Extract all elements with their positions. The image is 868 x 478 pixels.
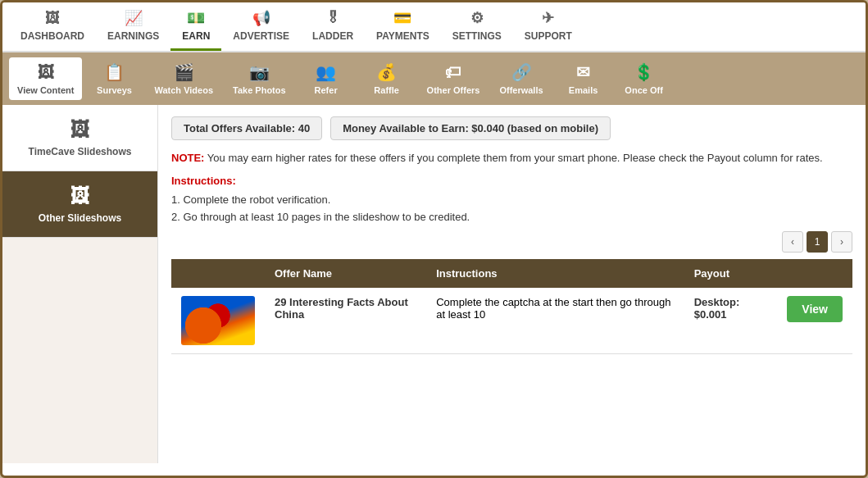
subnav-offerwalls[interactable]: 🔗 Offerwalls — [491, 57, 551, 100]
top-navigation: 🖼 DASHBOARD 📈 EARNINGS 💵 EARN 📢 ADVERTIS… — [2, 2, 866, 52]
prev-page-button[interactable]: ‹ — [782, 231, 803, 253]
note-box: NOTE: You may earn higher rates for thes… — [171, 150, 852, 166]
take-photos-icon: 📷 — [249, 62, 270, 82]
nav-advertise[interactable]: 📢 ADVERTISE — [221, 2, 301, 51]
subnav-emails[interactable]: ✉ Emails — [555, 57, 612, 100]
other-offers-icon: 🏷 — [445, 63, 461, 82]
raffle-icon: 💰 — [376, 62, 397, 82]
emails-icon: ✉ — [576, 62, 590, 82]
refer-icon: 👥 — [316, 62, 336, 82]
offer-image-visual — [181, 296, 255, 345]
main-area: 🖼 TimeCave Slideshows 🖼 Other Slideshows… — [2, 105, 866, 463]
sidebar: 🖼 TimeCave Slideshows 🖼 Other Slideshows — [2, 105, 158, 463]
once-off-icon: 💲 — [634, 62, 654, 82]
col-offer-name: Offer Name — [265, 259, 426, 288]
nav-settings[interactable]: ⚙ SETTINGS — [441, 2, 513, 51]
offer-image — [181, 296, 255, 345]
subnav-once-off[interactable]: 💲 Once Off — [616, 57, 673, 100]
dashboard-icon: 🖼 — [45, 10, 60, 27]
next-page-button[interactable]: › — [831, 231, 852, 253]
sub-navigation: 🖼 View Content 📋 Surveys 🎬 Watch Videos … — [2, 52, 866, 105]
view-offer-button[interactable]: View — [787, 296, 843, 322]
offers-header: Total Offers Available: 40 Money Availab… — [171, 116, 852, 140]
settings-icon: ⚙ — [470, 9, 484, 27]
content-area: Total Offers Available: 40 Money Availab… — [158, 105, 866, 463]
subnav-other-offers[interactable]: 🏷 Other Offers — [419, 57, 489, 100]
instruction-step-1: 1. Complete the robot verification. — [171, 193, 852, 206]
nav-earn[interactable]: 💵 EARN — [170, 2, 221, 51]
instructions-label: Instructions: — [171, 175, 852, 187]
offer-name-cell: 29 Interesting Facts About China — [265, 288, 426, 354]
sidebar-item-timecave[interactable]: 🖼 TimeCave Slideshows — [2, 105, 157, 171]
support-icon: ✈ — [542, 9, 554, 27]
offer-image-cell — [171, 288, 265, 354]
surveys-icon: 📋 — [104, 62, 125, 82]
earn-icon: 💵 — [187, 9, 205, 27]
subnav-raffle[interactable]: 💰 Raffle — [358, 57, 416, 100]
advertise-icon: 📢 — [252, 9, 270, 27]
timecave-icon: 🖼 — [70, 118, 90, 141]
col-payout: Payout — [684, 259, 778, 288]
nav-support[interactable]: ✈ SUPPORT — [513, 2, 584, 51]
other-slideshows-icon: 🖼 — [70, 184, 90, 207]
view-content-icon: 🖼 — [38, 63, 54, 82]
sidebar-item-other-slideshows[interactable]: 🖼 Other Slideshows — [2, 171, 157, 238]
table-row: 29 Interesting Facts About China Complet… — [171, 288, 852, 354]
subnav-view-content[interactable]: 🖼 View Content — [9, 57, 82, 100]
offer-instructions-cell: Complete the captcha at the start then g… — [426, 288, 684, 354]
watch-videos-icon: 🎬 — [174, 62, 194, 82]
col-instructions: Instructions — [426, 259, 684, 288]
nav-payments[interactable]: 💳 PAYMENTS — [365, 2, 441, 51]
offer-action-cell: View — [777, 288, 852, 354]
ladder-icon: 🎖 — [325, 10, 340, 27]
nav-earnings[interactable]: 📈 EARNINGS — [96, 2, 170, 51]
earnings-icon: 📈 — [125, 9, 143, 27]
subnav-refer[interactable]: 👥 Refer — [298, 57, 355, 100]
col-image — [171, 259, 265, 288]
pagination: ‹ 1 › — [171, 231, 852, 253]
nav-dashboard[interactable]: 🖼 DASHBOARD — [9, 2, 96, 51]
subnav-watch-videos[interactable]: 🎬 Watch Videos — [146, 57, 221, 100]
current-page-button[interactable]: 1 — [807, 231, 828, 253]
money-available-badge: Money Available to Earn: $0.040 (based o… — [330, 116, 611, 140]
offerwalls-icon: 🔗 — [511, 62, 532, 82]
col-action — [777, 259, 852, 288]
nav-ladder[interactable]: 🎖 LADDER — [301, 2, 365, 51]
subnav-surveys[interactable]: 📋 Surveys — [85, 57, 143, 100]
offers-table: Offer Name Instructions Payout — [171, 259, 852, 354]
subnav-take-photos[interactable]: 📷 Take Photos — [225, 57, 294, 100]
table-header-row: Offer Name Instructions Payout — [171, 259, 852, 288]
offer-payout-cell: Desktop: $0.001 — [684, 288, 778, 354]
total-offers-badge: Total Offers Available: 40 — [171, 116, 322, 140]
payments-icon: 💳 — [393, 9, 411, 27]
instruction-step-2: 2. Go through at least 10 pages in the s… — [171, 211, 852, 223]
